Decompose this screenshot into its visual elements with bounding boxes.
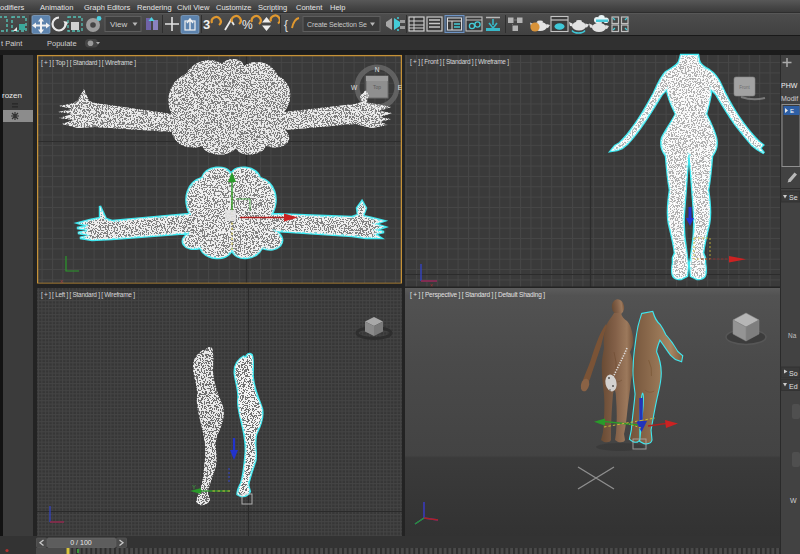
svg-text:W: W [351, 84, 358, 91]
svg-text:rozen: rozen [2, 91, 22, 100]
svg-text:Customize: Customize [216, 3, 251, 12]
svg-text:Front: Front [739, 85, 750, 90]
svg-text:Ed: Ed [789, 383, 798, 390]
svg-text:PHW: PHW [781, 82, 798, 89]
svg-text:Populate: Populate [47, 39, 77, 48]
svg-text:[ + ] [ Perspective ] [ Standa: [ + ] [ Perspective ] [ Standard ] [ Def… [410, 291, 545, 299]
svg-text:Na: Na [788, 332, 797, 339]
svg-text:Scripting: Scripting [258, 3, 287, 12]
svg-text:Y: Y [192, 484, 196, 490]
svg-text:So: So [789, 370, 798, 377]
svg-text:[ + ] [ Top ] [ Standard ] [ W: [ + ] [ Top ] [ Standard ] [ Wireframe ] [41, 59, 136, 67]
svg-text:Animation: Animation [40, 3, 73, 12]
svg-text:t Paint: t Paint [1, 39, 23, 48]
svg-text:[ + ] [ Left ] [ Standard ] [: [ + ] [ Left ] [ Standard ] [ Wireframe … [41, 291, 135, 299]
svg-text:Rendering: Rendering [137, 3, 172, 12]
svg-text:Top: Top [373, 84, 381, 90]
svg-text:[ + ] [ Front ] [ Standard ] [: [ + ] [ Front ] [ Standard ] [ Wireframe… [410, 58, 509, 66]
svg-text:Help: Help [330, 3, 345, 12]
svg-text:Civil View: Civil View [177, 3, 210, 12]
svg-text:Se: Se [789, 194, 798, 201]
svg-text:Graph Editors: Graph Editors [84, 3, 131, 12]
svg-text:Content: Content [296, 3, 323, 12]
svg-text:0 / 100: 0 / 100 [70, 539, 92, 546]
svg-text:Modif: Modif [781, 95, 798, 102]
svg-text:3: 3 [203, 17, 210, 32]
svg-text:N: N [375, 66, 380, 73]
svg-text:W: W [790, 497, 797, 504]
svg-text:View: View [110, 20, 127, 29]
svg-text:odifiers: odifiers [0, 3, 24, 12]
svg-text:{: { [284, 18, 288, 32]
svg-text:Create Selection Se: Create Selection Se [307, 21, 367, 28]
svg-text:E: E [790, 108, 794, 114]
svg-text:x: x [60, 278, 63, 284]
